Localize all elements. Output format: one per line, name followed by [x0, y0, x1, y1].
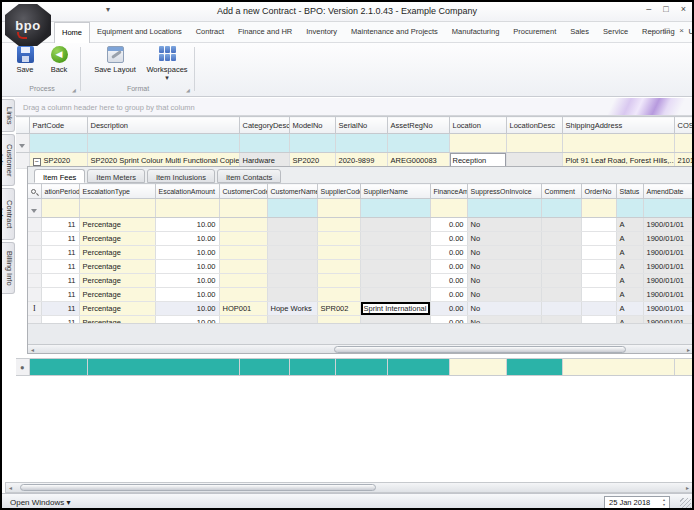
close-icon[interactable]: ×: [681, 4, 686, 14]
equipment-filter-cell-location[interactable]: [449, 134, 506, 153]
fees-cell-escalationtype[interactable]: Percentage: [79, 232, 155, 246]
ribbon-tab-manufacturing[interactable]: Manufacturing: [445, 22, 507, 43]
ribbon-tab-equipment-and-locations[interactable]: Equipment and Locations: [90, 22, 189, 43]
search-icon[interactable]: [31, 189, 36, 194]
fees-cell-amenddate[interactable]: 1900/01/01: [643, 260, 693, 274]
fees-cell-suppressoninvoice[interactable]: No: [467, 218, 541, 232]
new-row-cell-partcode[interactable]: [29, 359, 87, 376]
equipment-column-header-modelno[interactable]: ModelNo: [289, 117, 335, 134]
fees-column-header-suppressoninvoice[interactable]: SuppressOnInvoice: [467, 184, 541, 199]
equipment-filter-cell-partcode[interactable]: [29, 134, 87, 153]
fees-cell-escalationtype[interactable]: Percentage: [79, 274, 155, 288]
equipment-column-header-categorydesc[interactable]: CategoryDesc: [239, 117, 289, 134]
fees-cell-escalationamount[interactable]: 10.00: [155, 232, 219, 246]
new-row-cell-location[interactable]: [449, 359, 506, 376]
fees-cell-customername[interactable]: [267, 274, 317, 288]
equipment-filter-cell-description[interactable]: [87, 134, 239, 153]
fees-cell-escalationamount[interactable]: 10.00: [155, 274, 219, 288]
fees-cell-escalationamount[interactable]: 10.00: [155, 246, 219, 260]
process-dialog-launcher-icon[interactable]: ◢: [72, 87, 76, 93]
back-button[interactable]: ◀ Back: [42, 46, 76, 74]
fees-cell-escalationtype[interactable]: Percentage: [79, 218, 155, 232]
fees-cell-suppliername[interactable]: Sprint International: [360, 302, 430, 316]
fees-cell-financeamount[interactable]: 0.00: [430, 302, 467, 316]
fees-cell-suppliercode[interactable]: [317, 274, 360, 288]
ribbon-tab-contract[interactable]: Contract: [189, 22, 231, 43]
fees-cell-comment[interactable]: [541, 218, 581, 232]
fees-cell-financeamount[interactable]: 0.00: [430, 260, 467, 274]
fees-cell-customercode[interactable]: [219, 274, 267, 288]
fees-cell-financeamount[interactable]: 0.00: [430, 218, 467, 232]
fees-column-header-ationperiod[interactable]: ationPeriod: [41, 184, 79, 199]
scrollbar-thumb[interactable]: [20, 484, 377, 491]
fees-cell-orderno[interactable]: [581, 288, 616, 302]
ribbon-tab-inventory[interactable]: Inventory: [299, 22, 344, 43]
fees-cell-customercode[interactable]: [219, 218, 267, 232]
ribbon-tab-sales[interactable]: Sales: [563, 22, 596, 43]
equipment-filter-cell-categorydesc[interactable]: [239, 134, 289, 153]
fees-cell-suppliercode[interactable]: [317, 288, 360, 302]
side-tab-customer-info[interactable]: Customer Info: [2, 134, 15, 186]
fees-cell-amenddate[interactable]: 1900/01/01: [643, 274, 693, 288]
fees-cell-ationperiod[interactable]: 11: [41, 302, 79, 316]
fees-cell-customername[interactable]: Hope Works: [267, 302, 317, 316]
scroll-left-icon[interactable]: ◂: [9, 484, 12, 491]
side-tab-billing-info[interactable]: Billing Info: [2, 242, 15, 294]
fees-cell-comment[interactable]: [541, 288, 581, 302]
fees-cell-suppliercode[interactable]: [317, 232, 360, 246]
fees-cell-escalationtype[interactable]: Percentage: [79, 288, 155, 302]
detail-horizontal-scrollbar[interactable]: ◂ ▸: [28, 344, 693, 353]
fees-cell-status[interactable]: A: [616, 260, 643, 274]
ribbon-restore-icon[interactable]: □: [664, 26, 669, 35]
equipment-filter-cell-locationdesc[interactable]: [506, 134, 562, 153]
fees-cell-escalationamount[interactable]: 10.00: [155, 260, 219, 274]
fees-column-header-financeamount[interactable]: FinanceAmount: [430, 184, 467, 199]
new-row-cell-modelno[interactable]: [289, 359, 335, 376]
date-spinner[interactable]: ▴▾: [660, 497, 668, 508]
fees-column-header-orderno[interactable]: OrderNo: [581, 184, 616, 199]
collapse-detail-icon[interactable]: −: [33, 158, 41, 166]
detail-tab-item-fees[interactable]: Item Fees: [34, 169, 85, 183]
fees-cell-suppliername[interactable]: [360, 288, 430, 302]
fees-cell-suppliername[interactable]: [360, 246, 430, 260]
ribbon-tab-maintenance-and-projects[interactable]: Maintenance and Projects: [344, 22, 445, 43]
fees-filter-cell-ationperiod[interactable]: [41, 199, 79, 218]
equipment-column-header-partcode[interactable]: PartCode: [29, 117, 87, 134]
fees-column-header-suppliercode[interactable]: SupplierCode: [317, 184, 360, 199]
fees-column-header-customercode[interactable]: CustomerCode: [219, 184, 267, 199]
fees-cell-customername[interactable]: [267, 218, 317, 232]
equipment-filter-cell-cosa[interactable]: [674, 134, 694, 153]
equipment-column-header-serialno[interactable]: SerialNo: [335, 117, 387, 134]
side-tab-contract-info[interactable]: Contract Info: [2, 188, 15, 240]
fees-cell-suppressoninvoice[interactable]: No: [467, 246, 541, 260]
fees-filter-cell-customername[interactable]: [267, 199, 317, 218]
fees-cell-suppressoninvoice[interactable]: No: [467, 260, 541, 274]
new-row-cell-locationdesc[interactable]: [506, 359, 562, 376]
fees-filter-cell-suppliercode[interactable]: [317, 199, 360, 218]
equipment-column-header-cosa[interactable]: COSA: [674, 117, 694, 134]
fees-cell-customercode[interactable]: [219, 246, 267, 260]
fees-cell-amenddate[interactable]: 1900/01/01: [643, 288, 693, 302]
fees-cell-escalationtype[interactable]: Percentage: [79, 302, 155, 316]
detail-tab-item-inclusions[interactable]: Item Inclusions: [147, 169, 215, 183]
fees-cell-ationperiod[interactable]: 11: [41, 288, 79, 302]
fees-column-header-escalationamount[interactable]: EscalationAmount: [155, 184, 219, 199]
equipment-column-header-description[interactable]: Description: [87, 117, 239, 134]
fees-cell-suppressoninvoice[interactable]: No: [467, 274, 541, 288]
fees-cell-ationperiod[interactable]: 11: [41, 274, 79, 288]
fees-cell-amenddate[interactable]: 1900/01/01: [643, 302, 693, 316]
fees-filter-cell-escalationamount[interactable]: [155, 199, 219, 218]
ribbon-tab-home[interactable]: Home: [54, 22, 90, 43]
fees-cell-customername[interactable]: [267, 288, 317, 302]
fees-cell-comment[interactable]: [541, 274, 581, 288]
fees-column-header-amenddate[interactable]: AmendDate: [643, 184, 693, 199]
fees-filter-cell-suppliername[interactable]: [360, 199, 430, 218]
ribbon-minimize-icon[interactable]: –: [650, 26, 654, 35]
scrollbar-thumb[interactable]: [334, 346, 627, 353]
fees-column-header-customername[interactable]: CustomerName: [267, 184, 317, 199]
fees-cell-suppliercode[interactable]: [317, 260, 360, 274]
fees-cell-orderno[interactable]: [581, 302, 616, 316]
fees-cell-comment[interactable]: [541, 260, 581, 274]
fees-cell-financeamount[interactable]: 0.00: [430, 288, 467, 302]
fees-cell-escalationtype[interactable]: Percentage: [79, 246, 155, 260]
